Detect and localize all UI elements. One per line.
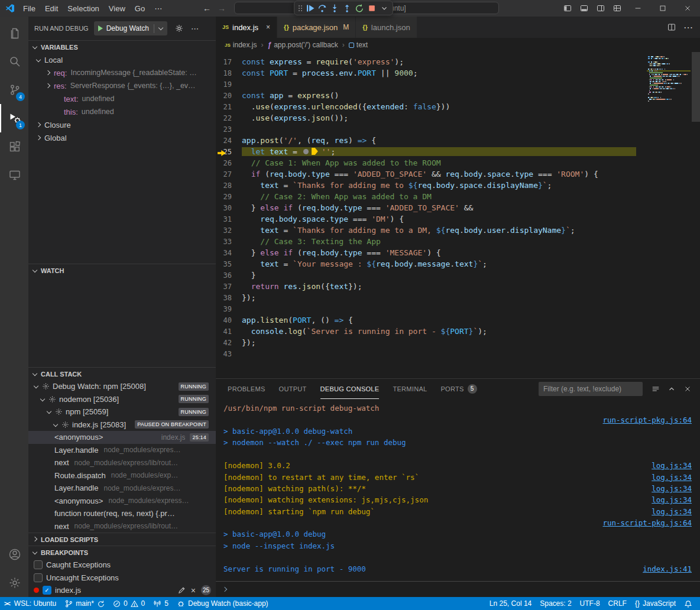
account-icon[interactable] <box>0 540 28 569</box>
debug-session-item[interactable]: Debug Watch (basic-app) <box>173 597 273 610</box>
launch-config-dropdown[interactable]: Debug Watch <box>94 21 167 35</box>
line-number[interactable]: 33 <box>216 238 242 246</box>
tab-launch-json[interactable]: {} launch.json <box>356 17 417 38</box>
menu-more[interactable]: ⋯ <box>150 4 167 13</box>
editor-more-actions-icon[interactable]: ⋯ <box>683 22 693 33</box>
line-number[interactable]: 17 <box>216 58 242 66</box>
tab-package-json[interactable]: {} package.json M <box>277 17 356 38</box>
settings-gear-icon[interactable] <box>0 569 28 597</box>
views-more-actions-icon[interactable]: ⋯ <box>191 24 199 33</box>
indentation-setting[interactable]: Spaces: 2 <box>536 597 575 610</box>
breakpoint-row[interactable]: ✓index.js×25 <box>28 584 216 597</box>
callstack-frame[interactable]: <anonymous>index.js25:14 <box>28 431 216 444</box>
source-control-icon[interactable]: 4 <box>0 76 28 104</box>
customize-layout-icon[interactable] <box>609 0 626 17</box>
line-number[interactable]: 28 <box>216 181 242 190</box>
callstack-frame[interactable]: nextnode_modules/express/lib/rout… <box>28 520 216 533</box>
maximize-panel-icon[interactable] <box>667 385 676 393</box>
problems-item[interactable]: 0 0 <box>109 597 149 610</box>
line-number[interactable]: 25 <box>216 148 242 156</box>
nav-back-button[interactable]: ← <box>203 0 211 17</box>
line-number[interactable]: 31 <box>216 215 242 223</box>
split-editor-icon[interactable] <box>667 22 676 32</box>
line-number[interactable]: 43 <box>216 350 242 358</box>
edit-breakpoint-icon[interactable] <box>178 586 186 594</box>
tab-index-js[interactable]: JS index.js × <box>216 17 277 38</box>
run-and-debug-icon[interactable]: 1 <box>0 104 28 132</box>
minimize-button[interactable] <box>626 0 650 17</box>
line-number[interactable]: 19 <box>216 80 242 89</box>
notifications-bell-icon[interactable] <box>680 597 696 610</box>
menu-view[interactable]: View <box>104 4 130 13</box>
remote-explorer-icon[interactable] <box>0 161 28 189</box>
explorer-icon[interactable] <box>0 19 28 47</box>
line-number[interactable]: 29 <box>216 193 242 201</box>
console-source-link[interactable]: log.js:34 <box>644 484 692 493</box>
line-number[interactable]: 40 <box>216 316 242 325</box>
line-number[interactable]: 38 <box>216 294 242 302</box>
menu-go[interactable]: Go <box>130 4 150 13</box>
breakpoint-checkbox[interactable] <box>34 573 43 582</box>
editor-scrollbar[interactable] <box>692 52 700 122</box>
breakpoint-checkbox[interactable]: ✓ <box>43 586 51 595</box>
loaded-scripts-section-header[interactable]: LOADED SCRIPTS <box>28 533 216 546</box>
chevron-down-icon[interactable] <box>158 25 163 30</box>
console-source-link[interactable]: log.js:34 <box>644 473 692 482</box>
minimap[interactable] <box>647 52 691 104</box>
extensions-icon[interactable] <box>0 132 28 161</box>
debug-step-over-button[interactable] <box>316 2 328 14</box>
callstack-frame[interactable]: Layer.handlenode_modules/expres… <box>28 482 216 495</box>
remove-breakpoint-icon[interactable]: × <box>191 586 196 595</box>
line-number[interactable]: 41 <box>216 327 242 336</box>
console-filter-input[interactable]: Filter (e.g. text, !exclude) <box>539 382 643 396</box>
debug-settings-gear-icon[interactable] <box>174 24 184 33</box>
console-source-link[interactable]: log.js:34 <box>644 461 692 470</box>
close-panel-icon[interactable] <box>683 385 692 393</box>
line-number[interactable]: 27 <box>216 170 242 179</box>
tab-debug-console[interactable]: DEBUG CONSOLE <box>320 379 380 399</box>
line-number[interactable]: 23 <box>216 125 242 134</box>
search-icon[interactable] <box>0 47 28 76</box>
console-source-link[interactable]: run-script-pkg.js:64 <box>595 518 692 527</box>
toggle-sidebar-icon[interactable] <box>559 0 576 17</box>
scope-row[interactable]: Local <box>28 53 216 66</box>
variable-row[interactable]: req:IncomingMessage {_readableState: … <box>28 66 216 79</box>
debug-step-out-button[interactable] <box>341 2 353 14</box>
line-number[interactable]: 32 <box>216 226 242 235</box>
debug-stop-button[interactable] <box>366 2 378 14</box>
line-number[interactable]: 18 <box>216 69 242 77</box>
line-number[interactable]: 36 <box>216 271 242 280</box>
debug-console-input[interactable] <box>216 581 700 597</box>
tab-problems[interactable]: PROBLEMS <box>228 379 265 399</box>
breadcrumb-symbol[interactable]: app.post('/') callback <box>274 41 338 49</box>
tab-ports[interactable]: PORTS 5 <box>440 379 477 399</box>
encoding-setting[interactable]: UTF-8 <box>576 597 604 610</box>
line-number[interactable]: 35 <box>216 260 242 268</box>
line-number[interactable]: 42 <box>216 339 242 347</box>
menu-edit[interactable]: Edit <box>40 4 63 13</box>
breakpoint-row[interactable]: Uncaught Exceptions <box>28 572 216 585</box>
breadcrumb-file[interactable]: index.js <box>233 41 257 49</box>
menu-file[interactable]: File <box>18 4 40 13</box>
code-editor[interactable]: 17const express = require('express');18c… <box>216 52 700 378</box>
variable-row[interactable]: this:undefined <box>28 105 216 118</box>
watch-section-header[interactable]: WATCH <box>28 264 216 277</box>
cursor-position[interactable]: Ln 25, Col 14 <box>485 597 536 610</box>
toggle-secondary-sidebar-icon[interactable] <box>592 0 609 17</box>
callstack-frame[interactable]: Layer.handlenode_modules/expres… <box>28 444 216 457</box>
debug-session-dropdown-icon[interactable] <box>378 2 390 14</box>
call-stack-section-header[interactable]: CALL STACK <box>28 367 216 380</box>
line-number[interactable]: 24 <box>216 137 242 145</box>
line-number[interactable]: 30 <box>216 204 242 212</box>
eol-setting[interactable]: CRLF <box>604 597 631 610</box>
callstack-session[interactable]: npm [25059]RUNNING <box>28 405 216 418</box>
tab-terminal[interactable]: TERMINAL <box>393 379 427 399</box>
console-source-link[interactable]: run-script-pkg.js:64 <box>595 416 692 424</box>
variables-section-header[interactable]: VARIABLES <box>28 40 216 53</box>
callstack-session[interactable]: Debug Watch: npm [25008]RUNNING <box>28 380 216 393</box>
line-number[interactable]: 22 <box>216 114 242 122</box>
line-number[interactable]: 37 <box>216 283 242 291</box>
line-number[interactable]: 34 <box>216 249 242 257</box>
breakpoint-row[interactable]: Caught Exceptions <box>28 559 216 572</box>
line-number[interactable]: 21 <box>216 103 242 111</box>
